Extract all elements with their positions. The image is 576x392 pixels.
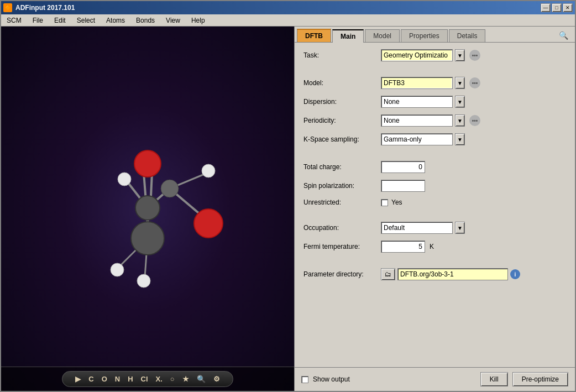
occupation-row: Occupation: Default ▼ xyxy=(303,222,566,234)
tab-details[interactable]: Details xyxy=(449,29,486,42)
search-viewer-button[interactable]: 🔍 xyxy=(195,375,207,383)
preoptimize-button[interactable]: Pre-optimize xyxy=(512,372,568,386)
form-area: Task: Geometry Optimizatio ▼ ••• Model: … xyxy=(295,43,575,367)
element-dot[interactable]: ○ xyxy=(169,375,176,383)
spin-pol-control xyxy=(381,180,425,192)
total-charge-input[interactable] xyxy=(381,161,425,173)
task-dropdown[interactable]: Geometry Optimizatio xyxy=(381,49,453,61)
kspace-label: K-Space sampling: xyxy=(303,135,381,143)
unrestricted-label: Unrestricted: xyxy=(303,198,381,206)
svg-point-11 xyxy=(135,196,160,220)
dispersion-control: None ▼ xyxy=(381,96,465,108)
task-dropdown-arrow[interactable]: ▼ xyxy=(455,49,465,61)
kspace-control: Gamma-only ▼ xyxy=(381,133,465,145)
svg-point-14 xyxy=(118,173,131,186)
element-c[interactable]: C xyxy=(87,375,95,383)
titlebar-left: 🔶 ADFinput 2017.101 xyxy=(3,3,75,12)
window-title: ADFinput 2017.101 xyxy=(15,4,75,12)
model-dropdown[interactable]: DFTB3 xyxy=(381,77,453,89)
periodicity-label: Periodicity: xyxy=(303,117,381,124)
periodicity-more-button[interactable]: ••• xyxy=(469,115,480,126)
viewer-canvas[interactable] xyxy=(1,27,294,367)
tabs: DFTB Main Model Properties Details 🔍 xyxy=(295,27,575,43)
kspace-dropdown[interactable]: Gamma-only xyxy=(381,133,453,145)
menu-edit[interactable]: Edit xyxy=(51,15,69,25)
menu-select[interactable]: Select xyxy=(74,15,98,25)
minimize-button[interactable]: — xyxy=(541,3,551,12)
task-control: Geometry Optimizatio ▼ xyxy=(381,49,465,61)
element-x[interactable]: X. xyxy=(154,375,164,383)
spin-pol-input[interactable] xyxy=(381,180,425,192)
param-dir-input[interactable] xyxy=(397,268,508,280)
bottom-right: Kill Pre-optimize xyxy=(480,372,568,386)
menu-bonds[interactable]: Bonds xyxy=(133,15,158,25)
element-h[interactable]: H xyxy=(126,375,134,383)
model-row: Model: DFTB3 ▼ ••• xyxy=(303,77,566,89)
total-charge-label: Total charge: xyxy=(303,163,381,171)
kill-button[interactable]: Kill xyxy=(480,372,508,386)
kspace-dropdown-arrow[interactable]: ▼ xyxy=(455,133,465,145)
menu-help[interactable]: Help xyxy=(188,15,208,25)
fermi-temp-label: Fermi temperature: xyxy=(303,243,381,250)
task-more-button[interactable]: ••• xyxy=(469,50,480,61)
star-button[interactable]: ★ xyxy=(181,375,191,383)
fermi-temp-input[interactable] xyxy=(381,241,425,253)
settings-button[interactable]: ⚙ xyxy=(212,375,222,383)
right-panel: DFTB Main Model Properties Details 🔍 Tas… xyxy=(294,27,575,391)
search-icon[interactable]: 🔍 xyxy=(554,29,573,42)
folder-button[interactable]: 🗂 xyxy=(381,268,395,280)
model-dropdown-arrow[interactable]: ▼ xyxy=(455,77,465,89)
tab-dftb[interactable]: DFTB xyxy=(297,29,331,42)
play-button[interactable]: ▶ xyxy=(74,375,82,383)
main-window: 🔶 ADFinput 2017.101 — □ ✕ SCM File Edit … xyxy=(0,0,576,392)
bottom-bar: Show output Kill Pre-optimize xyxy=(295,367,575,391)
tab-properties[interactable]: Properties xyxy=(401,29,448,42)
info-button[interactable]: i xyxy=(510,269,520,279)
unrestricted-control: Yes xyxy=(381,198,402,206)
task-row: Task: Geometry Optimizatio ▼ ••• xyxy=(303,49,566,61)
svg-point-12 xyxy=(161,180,179,197)
model-more-button[interactable]: ••• xyxy=(469,77,480,88)
param-dir-label: Parameter directory: xyxy=(303,270,381,278)
periodicity-dropdown-arrow[interactable]: ▼ xyxy=(455,114,465,127)
fermi-temp-row: Fermi temperature: K xyxy=(303,241,566,253)
periodicity-row: Periodicity: None ▼ ••• xyxy=(303,114,566,127)
unrestricted-row: Unrestricted: Yes xyxy=(303,198,566,206)
menubar: SCM File Edit Select Atoms Bonds View He… xyxy=(1,14,575,27)
bottom-left: Show output xyxy=(301,375,350,383)
show-output-checkbox[interactable] xyxy=(301,376,308,383)
occupation-control: Default ▼ xyxy=(381,222,465,234)
dispersion-label: Dispersion: xyxy=(303,98,381,106)
dispersion-dropdown[interactable]: None xyxy=(381,96,453,108)
dispersion-dropdown-arrow[interactable]: ▼ xyxy=(455,96,465,108)
unrestricted-checkbox[interactable] xyxy=(381,199,388,206)
spin-pol-row: Spin polarization: xyxy=(303,180,566,192)
menu-file[interactable]: File xyxy=(29,15,46,25)
menu-atoms[interactable]: Atoms xyxy=(103,15,128,25)
dispersion-row: Dispersion: None ▼ xyxy=(303,96,566,108)
molecule-viewer[interactable]: ▶ C O N H Cl X. ○ ★ 🔍 ⚙ xyxy=(1,27,294,391)
svg-point-16 xyxy=(111,263,124,276)
element-cl[interactable]: Cl xyxy=(139,375,150,383)
menu-scm[interactable]: SCM xyxy=(3,15,25,25)
show-output-label: Show output xyxy=(313,375,350,383)
svg-point-15 xyxy=(202,164,215,177)
periodicity-dropdown[interactable]: None xyxy=(381,114,453,127)
model-control: DFTB3 ▼ xyxy=(381,77,465,89)
svg-point-9 xyxy=(134,150,161,177)
occupation-dropdown-arrow[interactable]: ▼ xyxy=(455,222,465,234)
tab-model[interactable]: Model xyxy=(365,29,400,42)
occupation-dropdown[interactable]: Default xyxy=(381,222,453,234)
spin-pol-label: Spin polarization: xyxy=(303,182,381,190)
toolbar-pill: ▶ C O N H Cl X. ○ ★ 🔍 ⚙ xyxy=(62,371,233,387)
element-n[interactable]: N xyxy=(113,375,122,383)
close-button[interactable]: ✕ xyxy=(563,3,573,12)
unrestricted-text: Yes xyxy=(391,198,402,206)
titlebar: 🔶 ADFinput 2017.101 — □ ✕ xyxy=(1,1,575,14)
menu-view[interactable]: View xyxy=(163,15,184,25)
element-o[interactable]: O xyxy=(100,375,109,383)
maximize-button[interactable]: □ xyxy=(552,3,562,12)
param-dir-control: 🗂 i xyxy=(381,268,520,280)
periodicity-control: None ▼ xyxy=(381,114,465,127)
tab-main[interactable]: Main xyxy=(332,29,364,43)
